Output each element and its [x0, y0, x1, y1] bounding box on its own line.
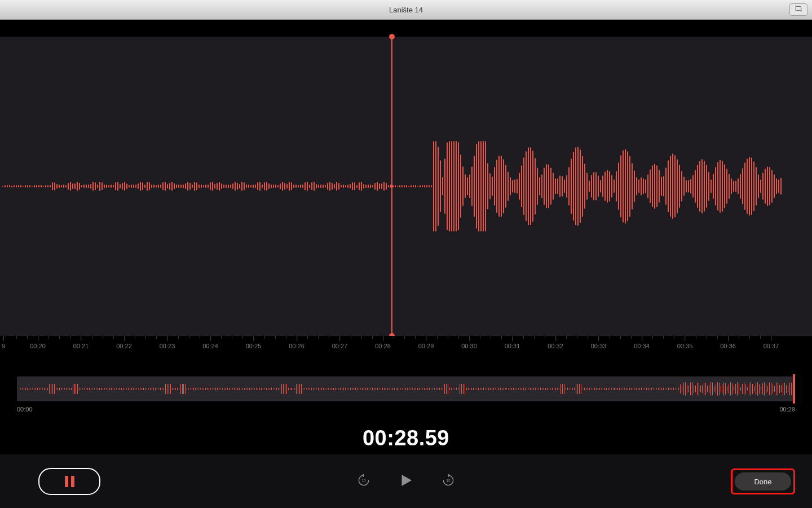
overview-waveform[interactable] [17, 376, 795, 401]
skip-back-15-icon: 15 [356, 473, 371, 490]
window-title: Lanište 14 [389, 6, 423, 14]
overview-cursor[interactable] [793, 374, 795, 404]
play-button[interactable] [398, 472, 414, 491]
pause-button[interactable] [38, 468, 100, 495]
done-button[interactable]: Done [735, 472, 791, 491]
skip-back-button[interactable]: 15 [356, 474, 372, 489]
skip-forward-15-icon: 15 [441, 473, 456, 490]
transport-bar: 15 15 Done [0, 454, 812, 508]
playhead[interactable] [391, 37, 392, 336]
skip-forward-button[interactable]: 15 [440, 474, 456, 489]
overview-strip[interactable]: 00:00 00:29 [17, 376, 795, 413]
waveform-bars [0, 130, 812, 243]
overview-start-label: 00:00 [17, 406, 33, 413]
done-highlight: Done [731, 468, 795, 494]
waveform-main[interactable] [0, 37, 812, 336]
timeline-ruler[interactable]: 900:2000:2100:2200:2300:2400:2500:2600:2… [0, 336, 812, 353]
crop-icon [795, 5, 802, 15]
overview-end-label: 00:29 [779, 406, 795, 413]
elapsed-time-display: 00:28.59 [0, 426, 812, 450]
play-icon [398, 472, 414, 491]
overview-labels: 00:00 00:29 [17, 406, 795, 413]
pause-icon [65, 476, 74, 487]
svg-text:15: 15 [361, 479, 366, 483]
window-titlebar: Lanište 14 [0, 0, 812, 20]
svg-text:15: 15 [446, 479, 451, 483]
crop-button[interactable] [789, 3, 807, 16]
